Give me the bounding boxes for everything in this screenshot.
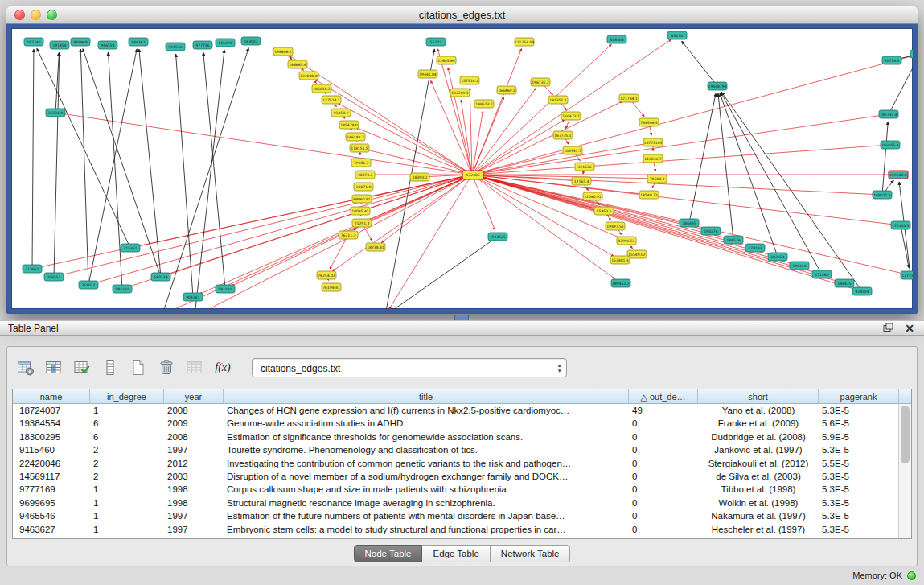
graph-node[interactable]: 172405 xyxy=(462,171,483,179)
graph-node[interactable]: 911546 xyxy=(166,43,185,51)
graph-edge[interactable] xyxy=(472,175,614,257)
column-header-short[interactable]: short xyxy=(698,389,819,403)
graph-node[interactable]: 146182.2 xyxy=(346,133,365,141)
graph-node[interactable]: 185479.0 xyxy=(339,121,359,129)
column-header-out_degree[interactable]: △ out_de… xyxy=(629,389,698,403)
graph-node[interactable]: 121734.1 xyxy=(619,94,639,102)
graph-node[interactable]: 159508 xyxy=(910,50,913,58)
graph-node[interactable]: 122088.8 xyxy=(299,72,318,80)
graph-edge[interactable] xyxy=(176,54,193,297)
graph-node[interactable]: 22605.84 xyxy=(437,56,456,64)
tab-node-table[interactable]: Node Table xyxy=(354,545,423,562)
graph-edge[interactable] xyxy=(232,175,472,286)
graph-node[interactable]: 1914545 xyxy=(488,233,507,241)
graph-node[interactable]: 19441.84 xyxy=(418,70,437,78)
column-header-year[interactable]: year xyxy=(164,389,224,403)
graph-node[interactable]: 15549.02 xyxy=(627,250,647,258)
graph-node[interactable]: 19497.51 xyxy=(606,222,625,230)
graph-edge[interactable] xyxy=(61,175,472,275)
table-row[interactable]: 977716911998Corpus callosum shape and si… xyxy=(13,483,899,496)
graph-node[interactable]: 19448794 xyxy=(708,82,727,90)
graph-node[interactable]: 190276 xyxy=(701,227,721,235)
tab-edge-table[interactable]: Edge Table xyxy=(422,545,490,562)
new-file-icon[interactable] xyxy=(128,357,149,378)
graph-node[interactable]: 186435 xyxy=(680,219,699,227)
graph-edge[interactable] xyxy=(109,52,122,289)
graph-edge[interactable] xyxy=(162,48,248,309)
graph-edge[interactable] xyxy=(718,93,733,240)
graph-node[interactable]: 18775105 xyxy=(643,138,663,146)
graph-node[interactable]: 78508.3 xyxy=(647,175,667,183)
graph-node[interactable]: 28071.0 xyxy=(354,183,373,191)
graph-edge[interactable] xyxy=(32,49,34,269)
graph-node[interactable]: 18390.2 xyxy=(410,173,429,181)
graph-node[interactable]: 186435 xyxy=(835,279,854,287)
show-columns-icon[interactable] xyxy=(43,357,64,378)
graph-edge[interactable] xyxy=(168,175,472,274)
graph-node[interactable]: 191454 xyxy=(50,41,69,49)
graph-node[interactable]: 198606.2 xyxy=(273,47,293,56)
vertical-scrollbar[interactable] xyxy=(898,404,911,538)
graph-node[interactable]: 55722 xyxy=(426,38,446,46)
window-titlebar[interactable]: citations_edges.txt xyxy=(6,6,918,24)
graph-node[interactable]: 191351.1 xyxy=(548,96,568,104)
graph-node[interactable]: 85130 xyxy=(667,31,687,39)
graph-node[interactable]: 590139 xyxy=(151,273,170,281)
table-row[interactable]: 946362711997Embryonic stem cells: a mode… xyxy=(13,523,899,536)
close-window-button[interactable] xyxy=(14,10,25,20)
graph-edge[interactable] xyxy=(889,60,913,114)
graph-node[interactable]: 76194.41 xyxy=(322,283,341,291)
table-row[interactable]: 1456911722003Disruption of a novel membe… xyxy=(13,470,899,483)
graph-node[interactable]: 177310.9 xyxy=(901,271,913,279)
graph-node[interactable]: 198613.7 xyxy=(474,100,494,108)
graph-node[interactable]: 187240 xyxy=(24,38,43,46)
graph-node[interactable]: 171560 xyxy=(812,270,832,278)
graph-node[interactable]: 182654 xyxy=(768,253,787,261)
graph-node[interactable]: 132201.1 xyxy=(450,89,470,97)
graph-edge[interactable] xyxy=(315,80,472,175)
graph-node[interactable]: 18549.73 xyxy=(639,191,659,199)
graph-node[interactable]: 152481.3 xyxy=(610,256,630,264)
graph-node[interactable]: 748508.3 xyxy=(639,118,659,126)
graph-edge[interactable] xyxy=(472,111,483,175)
graph-node[interactable]: 121254.09 xyxy=(515,38,534,46)
graph-node[interactable]: 321636 xyxy=(575,163,594,171)
table-row[interactable]: 946554611997Estimation of the future num… xyxy=(13,509,899,522)
graph-node[interactable]: 93354.2 xyxy=(331,109,351,117)
tab-network-table[interactable]: Network Table xyxy=(491,545,571,562)
graph-node[interactable]: 924504 xyxy=(852,287,872,295)
network-canvas[interactable]: 1872401914549699699465549463629115469777… xyxy=(11,28,913,309)
table-row[interactable]: 1872400712008Changes of HCN gene express… xyxy=(13,404,899,417)
graph-node[interactable]: 145691 xyxy=(216,39,235,47)
graph-edge[interactable] xyxy=(139,49,161,277)
table-row[interactable]: 969969511998Structural magnetic resonanc… xyxy=(13,496,899,509)
graph-node[interactable]: 18035.41 xyxy=(351,207,370,215)
graph-node[interactable]: 901361 xyxy=(183,293,203,301)
zoom-window-button[interactable] xyxy=(47,10,57,20)
graph-node[interactable]: 969969 xyxy=(71,38,90,46)
table-row[interactable]: 1830029562008Estimation of significance … xyxy=(13,431,899,443)
graph-node[interactable]: 977716 xyxy=(193,41,212,49)
graph-node[interactable]: 179193 xyxy=(745,244,765,252)
graph-node[interactable]: 157518.1 xyxy=(460,76,479,84)
table-row[interactable]: 2242004622012Investigating the contribut… xyxy=(13,457,899,470)
graph-edge[interactable] xyxy=(391,237,498,309)
graph-node[interactable]: 946362 xyxy=(129,38,148,46)
graph-edge[interactable] xyxy=(80,49,88,285)
graph-node[interactable]: 30873.2 xyxy=(355,171,375,179)
graph-edge[interactable] xyxy=(721,93,822,274)
graph-node[interactable]: 166469.1 xyxy=(497,86,516,94)
row-height-icon[interactable] xyxy=(100,357,121,378)
graph-node[interactable]: 213661 xyxy=(23,265,42,273)
column-header-pagerank[interactable]: pagerank xyxy=(819,389,899,403)
graph-node[interactable]: 167735.1 xyxy=(553,131,573,139)
graph-edge[interactable] xyxy=(472,56,913,175)
graph-node[interactable]: 186663.4 xyxy=(288,60,307,68)
graph-node[interactable]: 196131.2 xyxy=(531,78,550,86)
function-builder-icon[interactable]: f(x) xyxy=(212,357,233,378)
column-header-title[interactable]: title xyxy=(224,389,629,403)
graph-node[interactable]: 79181.3 xyxy=(351,159,371,167)
table-settings-icon[interactable] xyxy=(15,357,36,378)
graph-edge[interactable] xyxy=(203,52,225,289)
graph-node[interactable]: 103055.4 xyxy=(881,141,900,149)
